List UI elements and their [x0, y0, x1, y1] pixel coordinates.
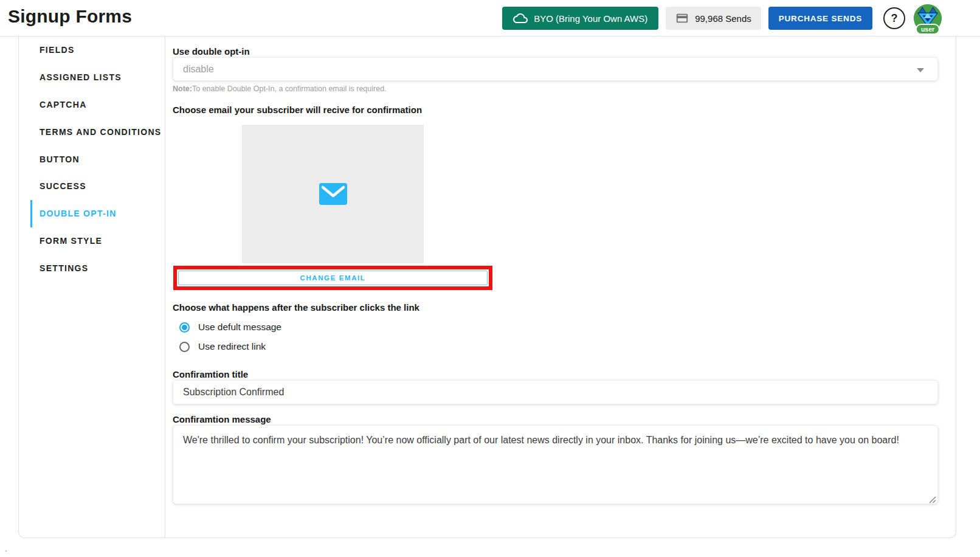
sidebar-item-label: FORM STYLE — [40, 236, 102, 246]
change-email-button[interactable]: CHANGE EMAIL — [178, 271, 488, 285]
sidebar-item-label: SUCCESS — [40, 181, 86, 191]
sidebar-item-assigned-lists[interactable]: ASSIGNED LISTS — [30, 64, 164, 91]
radio-use-default-message-label[interactable]: Use defult message — [198, 322, 281, 333]
purchase-sends-label: PURCHASE SENDS — [779, 14, 862, 23]
opt-in-note: Note:To enable Double Opt-In, a confirma… — [173, 85, 387, 93]
confirmation-message-label: Confiramtion message — [173, 414, 271, 424]
sidebar-item-success[interactable]: SUCCESS — [30, 173, 164, 200]
radio-use-redirect-link-label[interactable]: Use redirect link — [198, 341, 266, 352]
confirmation-message-textarea[interactable]: We're thrilled to confirm your subscript… — [173, 425, 938, 504]
page-title: Signup Forms — [8, 6, 132, 27]
byo-aws-button-label: BYO (Bring Your Own AWS) — [534, 13, 647, 24]
email-icon — [319, 182, 348, 206]
confirmation-title-input[interactable] — [173, 380, 938, 404]
radio-unselected-icon — [179, 342, 190, 352]
sidebar-item-label: ASSIGNED LISTS — [40, 72, 122, 82]
sidebar-item-button[interactable]: BUTTON — [30, 145, 164, 173]
radio-use-redirect-link[interactable]: Use redirect link — [179, 339, 266, 354]
radio-use-default-message[interactable]: Use defult message — [179, 320, 281, 334]
user-avatar[interactable]: user — [914, 4, 942, 32]
change-email-button-label: CHANGE EMAIL — [300, 274, 365, 282]
stray-dot: . — [5, 544, 7, 553]
sidebar-item-form-style[interactable]: FORM STYLE — [30, 227, 164, 255]
avatar-user-badge: user — [916, 24, 940, 35]
double-opt-in-panel: Use double opt-in disable Note:To enable… — [173, 36, 938, 538]
use-double-opt-in-label: Use double opt-in — [173, 46, 250, 57]
question-mark-icon: ? — [891, 12, 898, 25]
sidebar-item-fields[interactable]: FIELDS — [30, 36, 164, 64]
sends-count-label: 99,968 Sends — [695, 13, 751, 24]
sidebar-item-label: BUTTON — [40, 154, 80, 164]
sends-count-badge[interactable]: 99,968 Sends — [666, 7, 761, 30]
purchase-sends-button[interactable]: PURCHASE SENDS — [768, 7, 872, 30]
annotation-highlight: CHANGE EMAIL — [173, 266, 492, 290]
confirmation-title-label: Confiramtion title — [173, 369, 248, 379]
sidebar-divider — [165, 36, 165, 538]
sidebar-item-label: SETTINGS — [40, 263, 88, 273]
chevron-down-icon — [917, 68, 924, 72]
sidebar-item-terms-and-conditions[interactable]: TERMS AND CONDITIONS — [30, 118, 164, 145]
top-bar-actions: BYO (Bring Your Own AWS) 99,968 Sends PU… — [502, 0, 942, 36]
sidebar-item-double-opt-in[interactable]: DOUBLE OPT-IN — [30, 200, 164, 227]
sidebar-item-label: FIELDS — [40, 45, 75, 55]
radio-selected-icon — [179, 322, 190, 333]
sidebar-item-label: TERMS AND CONDITIONS — [40, 127, 161, 137]
sidebar-item-captcha[interactable]: CAPTCHA — [30, 91, 164, 119]
top-bar: Signup Forms BYO (Bring Your Own AWS) 99… — [0, 0, 980, 36]
after-click-label: Choose what happens after the subscriber… — [173, 302, 419, 313]
help-button[interactable]: ? — [883, 7, 905, 29]
sidebar-item-label: DOUBLE OPT-IN — [40, 209, 117, 218]
sidebar-nav: FIELDS ASSIGNED LISTS CAPTCHA TERMS AND … — [30, 36, 164, 282]
confirmation-email-preview — [242, 125, 424, 263]
double-opt-in-select[interactable]: disable — [173, 57, 938, 81]
note-prefix: Note: — [173, 85, 192, 93]
credit-card-icon — [675, 12, 689, 25]
sidebar-item-label: CAPTCHA — [40, 100, 87, 109]
cloud-icon — [513, 11, 528, 26]
byo-aws-button[interactable]: BYO (Bring Your Own AWS) — [502, 7, 658, 30]
sidebar-item-settings[interactable]: SETTINGS — [30, 254, 164, 282]
choose-email-label: Choose email your subscriber will recive… — [173, 105, 422, 115]
note-text: To enable Double Opt-In, a confirmation … — [192, 85, 387, 93]
double-opt-in-select-value: disable — [183, 64, 214, 75]
